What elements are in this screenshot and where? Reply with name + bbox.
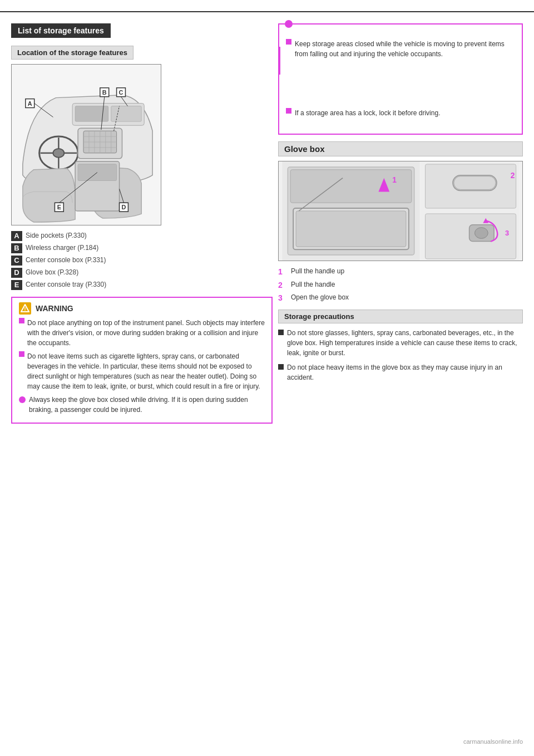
warning-square-2 bbox=[19, 351, 24, 357]
step-item-1: 1 Pull the handle up bbox=[278, 267, 523, 278]
subsection-header: Location of the storage features bbox=[11, 46, 134, 60]
feature-item-d: D Glove box (P.328) bbox=[11, 268, 273, 278]
warning-icon: ! bbox=[19, 302, 31, 315]
warning-block-1: Do not place anything on top of the inst… bbox=[19, 318, 265, 348]
svg-text:E: E bbox=[57, 204, 61, 210]
left-column: List of storage features Location of the… bbox=[11, 23, 273, 424]
svg-text:3: 3 bbox=[505, 229, 509, 238]
watermark-text: carmanualsonline.info bbox=[463, 738, 523, 745]
storage-note-section: Storage precautions Do not store glasses… bbox=[278, 310, 523, 382]
svg-rect-9 bbox=[111, 106, 142, 122]
pink-square-2 bbox=[286, 108, 291, 114]
feature-item-e: E Center console tray (P.330) bbox=[11, 280, 273, 290]
step-num-3: 3 bbox=[278, 293, 288, 304]
pink-side-line bbox=[278, 47, 280, 75]
step-text-1: Pull the handle up bbox=[291, 267, 344, 276]
feature-text-b: Wireless charger (P.184) bbox=[26, 243, 273, 253]
svg-text:B: B bbox=[102, 89, 107, 96]
step-list: 1 Pull the handle up 2 Pull the handle 3… bbox=[278, 267, 523, 304]
svg-rect-44 bbox=[296, 211, 406, 247]
feature-item-c: C Center console box (P.331) bbox=[11, 256, 273, 266]
svg-rect-51 bbox=[454, 176, 496, 190]
pink-text-content-2: If a storage area has a lock, lock it be… bbox=[295, 108, 440, 118]
pink-top-box: Keep storage areas closed while the vehi… bbox=[278, 23, 523, 135]
note-square-2 bbox=[278, 364, 284, 370]
pink-text-content-1: Keep storage areas closed while the vehi… bbox=[295, 39, 515, 59]
warning-header: ! WARNING bbox=[19, 302, 265, 315]
step-item-2: 2 Pull the handle bbox=[278, 280, 523, 291]
warning-box: ! WARNING Do not place anything on top o… bbox=[11, 297, 273, 424]
storage-note-title: Storage precautions bbox=[284, 312, 354, 321]
warning-text-2: Do not leave items such as cigarette lig… bbox=[27, 351, 265, 391]
pink-text-1: Keep storage areas closed while the vehi… bbox=[286, 39, 515, 59]
svg-text:2: 2 bbox=[511, 171, 515, 180]
feature-label-e: E bbox=[11, 280, 22, 290]
svg-point-2 bbox=[53, 149, 64, 158]
svg-text:1: 1 bbox=[392, 175, 397, 184]
feature-text-e: Center console tray (P.330) bbox=[26, 280, 273, 289]
glove-box-header: Glove box bbox=[278, 141, 523, 156]
right-column: Keep storage areas closed while the vehi… bbox=[278, 23, 523, 424]
feature-text-a: Side pockets (P.330) bbox=[26, 231, 273, 240]
step-num-2: 2 bbox=[278, 280, 288, 291]
glove-box-diagram: 1 2 bbox=[278, 161, 523, 261]
warning-title: WARNING bbox=[36, 304, 73, 313]
note-block-2: Do not place heavy items in the glove bo… bbox=[278, 362, 523, 382]
section-header: List of storage features bbox=[11, 23, 111, 38]
section-title: List of storage features bbox=[18, 26, 104, 35]
feature-item-b: B Wireless charger (P.184) bbox=[11, 243, 273, 253]
feature-label-c: C bbox=[11, 256, 22, 266]
pink-bullet bbox=[285, 20, 293, 28]
feature-label-a: A bbox=[11, 231, 22, 241]
warning-text-1: Do not place anything on top of the inst… bbox=[27, 318, 265, 348]
svg-text:!: ! bbox=[24, 306, 26, 312]
note-square-1 bbox=[278, 330, 284, 335]
step-text-3: Open the glove box bbox=[291, 293, 349, 302]
svg-point-55 bbox=[475, 228, 488, 239]
svg-text:D: D bbox=[122, 204, 126, 210]
page-container: List of storage features Location of the… bbox=[0, 0, 534, 756]
feature-label-b: B bbox=[11, 243, 22, 253]
pink-square-1 bbox=[286, 39, 291, 45]
watermark: carmanualsonline.info bbox=[463, 738, 523, 745]
svg-text:A: A bbox=[28, 100, 32, 107]
feature-label-d: D bbox=[11, 268, 22, 278]
feature-item-a: A Side pockets (P.330) bbox=[11, 231, 273, 241]
step-text-2: Pull the handle bbox=[291, 280, 335, 289]
content-area: List of storage features Location of the… bbox=[0, 18, 534, 429]
note-text-2: Do not place heavy items in the glove bo… bbox=[287, 362, 523, 382]
feature-text-c: Center console box (P.331) bbox=[26, 256, 273, 265]
glove-box-section: Glove box bbox=[278, 141, 523, 382]
warning-bullet-text: Always keep the glove box closed while d… bbox=[29, 395, 265, 415]
warning-square-1 bbox=[19, 318, 24, 323]
warning-block-2: Do not leave items such as cigarette lig… bbox=[19, 351, 265, 391]
glove-box-title: Glove box bbox=[284, 144, 325, 154]
note-block-1: Do not store glasses, lighters, spray ca… bbox=[278, 328, 523, 358]
feature-text-d: Glove box (P.328) bbox=[26, 268, 273, 277]
subsection-title: Location of the storage features bbox=[17, 48, 127, 57]
feature-list: A Side pockets (P.330) B Wireless charge… bbox=[11, 231, 273, 290]
step-item-3: 3 Open the glove box bbox=[278, 293, 523, 304]
note-text-1: Do not store glasses, lighters, spray ca… bbox=[287, 328, 523, 358]
storage-note-header: Storage precautions bbox=[278, 310, 523, 323]
warning-block-bullet: Always keep the glove box closed while d… bbox=[19, 395, 265, 415]
warning-bullet bbox=[19, 396, 26, 403]
car-diagram: A B C D E bbox=[11, 64, 161, 225]
pink-text-2: If a storage area has a lock, lock it be… bbox=[286, 108, 515, 118]
top-rule bbox=[0, 11, 534, 12]
svg-text:C: C bbox=[119, 89, 123, 96]
step-num-1: 1 bbox=[278, 267, 288, 278]
